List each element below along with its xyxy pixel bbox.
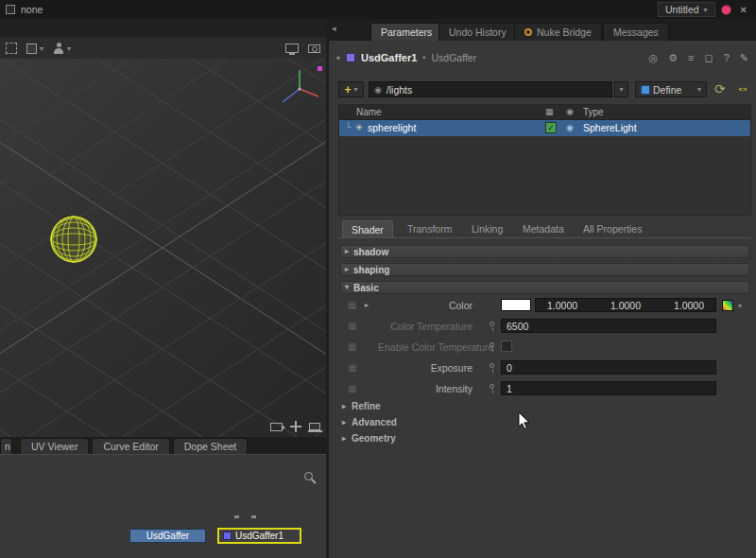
edit-icon[interactable]: ✎ <box>740 51 748 64</box>
expand-node-icon[interactable]: ▾ <box>336 54 340 62</box>
define-icon <box>641 85 650 95</box>
tab-metadata[interactable]: Metadata <box>514 220 573 237</box>
display-icon[interactable] <box>309 423 320 430</box>
color-temperature-input[interactable]: 6500 <box>501 319 716 333</box>
person-icon <box>53 43 64 54</box>
parameter-tabs: Shader Transform Linking Metadata All Pr… <box>338 219 751 238</box>
grid-column-icon[interactable]: ▦ <box>545 107 554 116</box>
channel-jack-icon[interactable] <box>490 384 494 389</box>
node-input-connector[interactable] <box>251 515 256 518</box>
section-shaping[interactable]: ▸ shaping <box>340 263 749 276</box>
light-row-spherelight[interactable]: └ ✳ spherelight ✓ ◉ SphereLight <box>339 120 750 136</box>
camera-icon[interactable] <box>308 44 320 53</box>
exposure-input[interactable]: 0 <box>501 360 716 375</box>
lights-path-input[interactable]: ◉ /lights <box>369 81 612 97</box>
gear-icon[interactable]: ⚙ <box>668 51 678 64</box>
expand-color-icon[interactable]: ▸ <box>365 302 369 309</box>
eye-column-icon[interactable]: ◉ <box>566 107 574 116</box>
enable-color-temperature-checkbox[interactable] <box>501 340 512 352</box>
tab-parameters[interactable]: Parameters <box>370 23 442 41</box>
section-basic[interactable]: ▾ Basic <box>340 281 749 294</box>
presets-icon[interactable]: ◎ <box>649 51 659 64</box>
select-tool-icon[interactable] <box>6 43 17 54</box>
view-axis-gizmo[interactable] <box>277 64 324 108</box>
param-menu-chip-icon[interactable]: ▦ <box>348 300 356 310</box>
display-options-icon[interactable] <box>285 44 299 53</box>
tab-dope-sheet[interactable]: Dope Sheet <box>173 438 248 454</box>
tab-linking[interactable]: Linking <box>463 220 511 237</box>
help-icon[interactable]: ? <box>724 51 730 64</box>
section-advanced[interactable]: ▸ Advanced <box>342 417 397 427</box>
tab-transform[interactable]: Transform <box>399 220 460 237</box>
tab-curve-editor[interactable]: Curve Editor <box>92 438 169 454</box>
lights-path-value: /lights <box>387 84 412 96</box>
camera-view-icon[interactable] <box>270 423 283 431</box>
light-name: spherelight <box>368 122 416 133</box>
light-enabled-toggle[interactable]: ✓ <box>545 122 557 133</box>
character-menu-button[interactable]: ▾ <box>53 43 71 54</box>
globe-icon: ◉ <box>374 85 382 95</box>
tab-uv-viewer[interactable]: UV Viewer <box>20 438 89 454</box>
tab-messages[interactable]: Messages <box>603 23 669 41</box>
tab-all-properties[interactable]: All Properties <box>575 220 650 237</box>
collapsed-arrow-icon: ▸ <box>345 266 349 273</box>
column-type[interactable]: Type <box>583 107 604 117</box>
scene-icon[interactable] <box>6 5 15 14</box>
column-name[interactable]: Name <box>356 107 382 117</box>
collapsed-arrow-icon: ▸ <box>342 435 346 443</box>
add-light-button[interactable]: + ▾ <box>338 81 364 97</box>
light-type-icon: ◉ <box>566 123 574 132</box>
color-r: 1.0000 <box>547 300 577 311</box>
snapshot-dot <box>318 66 322 71</box>
param-row-exposure: ▦ Exposure 0 <box>340 359 749 376</box>
pan-icon[interactable] <box>290 421 301 432</box>
bottom-pane-tabs: n UV Viewer Curve Editor Dope Sheet <box>0 437 326 454</box>
color-rgb-field[interactable]: 1.0000 1.0000 1.0000 <box>535 298 716 312</box>
define-mode-dropdown[interactable]: Define ▾ <box>635 81 707 97</box>
channel-jack-icon[interactable] <box>490 342 494 347</box>
color-picker-icon[interactable] <box>722 300 733 311</box>
param-menu-chip-icon[interactable]: ▦ <box>348 341 356 352</box>
channel-jack-icon[interactable] <box>490 322 494 326</box>
sync-swap-icon[interactable]: ⇔ <box>736 80 749 96</box>
search-icon[interactable] <box>304 472 313 480</box>
node-label: UsdGaffer1 <box>235 531 284 541</box>
section-refine[interactable]: ▸ Refine <box>342 401 381 411</box>
menu-icon[interactable]: ≡ <box>688 51 694 64</box>
close-icon[interactable]: ✕ <box>737 5 750 15</box>
node-usdgaffer[interactable]: UsdGaffer <box>129 529 206 543</box>
viewport-corner-tools <box>270 421 320 432</box>
section-geometry[interactable]: ▸ Geometry <box>342 433 396 444</box>
node-name[interactable]: UsdGaffer1 <box>361 52 417 63</box>
lights-list: Name ▦ ◉ Type └ ✳ spherelight ✓ ◉ Sphere… <box>338 104 751 216</box>
tab-partial[interactable]: n <box>0 438 12 454</box>
chevron-down-icon: ▾ <box>619 85 623 94</box>
chevron-down-icon[interactable]: ▾ <box>738 302 742 310</box>
collapse-pane-icon[interactable]: ◂ <box>332 24 336 33</box>
chevron-down-icon: ▾ <box>354 85 358 94</box>
path-dropdown-button[interactable]: ▾ <box>614 81 628 97</box>
refresh-icon[interactable]: ⟳ <box>714 81 726 96</box>
sphere-light-object[interactable] <box>49 215 98 264</box>
tab-undo-history[interactable]: Undo History <box>438 23 517 41</box>
session-title: Untitled <box>665 4 699 15</box>
color-swatch[interactable] <box>501 299 531 311</box>
scene-viewport[interactable] <box>0 59 326 437</box>
chevron-down-icon: ▾ <box>40 44 43 53</box>
network-editor[interactable]: UsdGaffer UsdGaffer1 <box>0 454 326 558</box>
tab-nuke-bridge[interactable]: Nuke Bridge <box>514 23 602 41</box>
comment-icon[interactable]: ◻ <box>705 51 713 64</box>
session-title-dropdown[interactable]: Untitled ▾ <box>658 2 715 17</box>
tab-shader[interactable]: Shader <box>342 220 393 237</box>
node-label: UsdGaffer <box>146 531 189 541</box>
section-shadow[interactable]: ▸ shadow <box>340 245 749 258</box>
param-menu-chip-icon[interactable]: ▦ <box>348 321 356 331</box>
intensity-input[interactable]: 1 <box>501 381 716 395</box>
param-menu-chip-icon[interactable]: ▦ <box>348 383 356 393</box>
node-usdgaffer1-selected[interactable]: UsdGaffer1 <box>217 528 301 544</box>
channel-jack-icon[interactable] <box>490 363 494 368</box>
geometry-menu-button[interactable]: ▾ <box>26 44 43 54</box>
user-avatar[interactable] <box>721 5 731 15</box>
node-input-connector[interactable] <box>234 515 239 518</box>
param-menu-chip-icon[interactable]: ▦ <box>348 362 356 373</box>
